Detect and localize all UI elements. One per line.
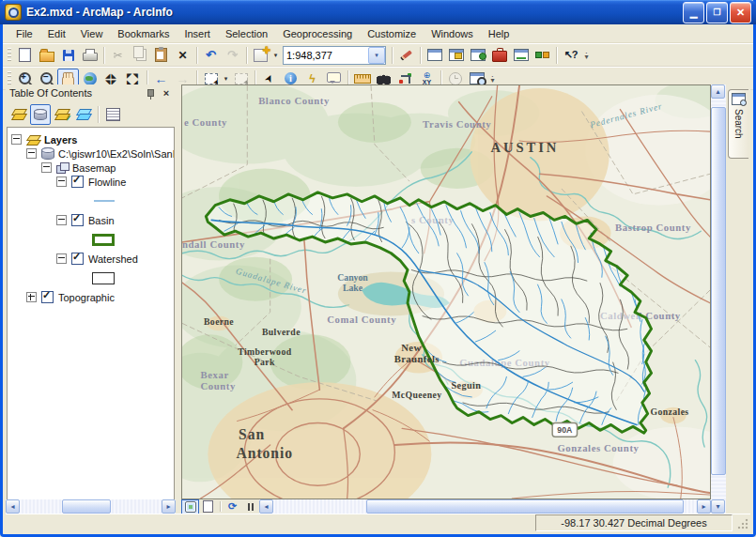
scroll-left-icon[interactable] bbox=[6, 499, 20, 514]
tree-item-flowline[interactable]: Flowline bbox=[11, 175, 172, 189]
toolbar-overflow-icon[interactable] bbox=[581, 52, 592, 59]
copy-icon[interactable] bbox=[129, 45, 150, 66]
toolbar-overflow-icon[interactable] bbox=[487, 75, 498, 83]
expand-icon[interactable] bbox=[26, 292, 37, 302]
flowline-symbol[interactable] bbox=[94, 200, 115, 202]
arctoolbox-icon[interactable] bbox=[488, 45, 510, 66]
list-by-source-icon[interactable] bbox=[30, 104, 51, 125]
collapse-icon[interactable] bbox=[56, 253, 67, 264]
basin-symbol[interactable] bbox=[92, 234, 115, 246]
editor-toolbar-icon[interactable] bbox=[395, 45, 417, 66]
map-label-bexar-2: County bbox=[201, 380, 236, 391]
tree-item-basemap[interactable]: Basemap bbox=[11, 161, 172, 175]
modelbuilder-icon[interactable] bbox=[532, 45, 553, 66]
list-by-selection-icon[interactable] bbox=[73, 104, 94, 125]
scroll-up-icon[interactable] bbox=[711, 84, 725, 99]
map-scale-combo[interactable] bbox=[283, 46, 386, 65]
toolbar-grip[interactable] bbox=[8, 48, 11, 63]
scroll-down-icon[interactable] bbox=[711, 499, 725, 514]
tree-item-watershed[interactable]: Watershed bbox=[11, 252, 172, 266]
map-label-new-braunfels-2: Braunfels bbox=[394, 353, 440, 364]
scroll-right-icon[interactable] bbox=[697, 499, 711, 514]
redo-icon[interactable] bbox=[222, 45, 243, 66]
tree-item-basin[interactable]: Basin bbox=[11, 213, 172, 227]
basin-symbol-row bbox=[11, 227, 172, 252]
table-of-contents-window-icon[interactable] bbox=[424, 45, 445, 66]
menu-file[interactable]: File bbox=[8, 26, 40, 41]
tree-item-geodatabase[interactable]: C:\giswr10\Ex2\Soln\SanMa bbox=[11, 146, 172, 161]
arcmap-window: Ex2.mxd - ArcMap - ArcInfo File Edit Vie… bbox=[0, 0, 756, 537]
map-vertical-scrollbar[interactable] bbox=[711, 84, 726, 514]
resize-grip[interactable] bbox=[736, 517, 748, 529]
map-label-gonzales-city: Gonzales bbox=[651, 407, 689, 417]
save-icon[interactable] bbox=[57, 45, 79, 66]
scroll-left-icon[interactable] bbox=[259, 499, 273, 514]
new-document-icon[interactable] bbox=[14, 45, 36, 66]
add-data-icon[interactable] bbox=[250, 45, 271, 66]
search-window-icon[interactable] bbox=[467, 45, 488, 66]
collapse-icon[interactable] bbox=[11, 134, 22, 145]
layout-view-button[interactable] bbox=[199, 499, 217, 514]
menu-insert[interactable]: Insert bbox=[177, 26, 218, 41]
list-by-drawing-order-icon[interactable] bbox=[8, 104, 29, 125]
watershed-symbol[interactable] bbox=[92, 272, 115, 284]
toc-header[interactable]: Table Of Contents bbox=[6, 84, 176, 101]
map-label-gillespie-county: e County bbox=[184, 116, 227, 128]
delete-icon[interactable]: ✕ bbox=[172, 45, 193, 66]
scale-dropdown-icon[interactable] bbox=[368, 47, 385, 64]
map-label-austin: AUSTIN bbox=[490, 140, 559, 155]
menu-view[interactable]: View bbox=[73, 26, 111, 41]
data-view-button[interactable] bbox=[181, 499, 199, 514]
close-button[interactable] bbox=[730, 2, 751, 23]
menu-windows[interactable]: Windows bbox=[424, 26, 481, 41]
toc-horizontal-scrollbar[interactable] bbox=[6, 499, 176, 514]
map-label-seguin: Seguin bbox=[452, 380, 482, 391]
toc-options-icon[interactable] bbox=[102, 104, 123, 125]
python-window-icon[interactable] bbox=[510, 45, 532, 66]
menu-bookmarks[interactable]: Bookmarks bbox=[110, 26, 177, 41]
table-of-contents-panel: Table Of Contents ✓ Layers bbox=[6, 84, 176, 514]
pin-icon[interactable] bbox=[146, 88, 155, 99]
minimize-button[interactable] bbox=[683, 2, 704, 23]
menu-selection[interactable]: Selection bbox=[218, 26, 275, 41]
collapse-icon[interactable] bbox=[41, 162, 52, 173]
basin-checkbox[interactable] bbox=[71, 214, 84, 226]
catalog-window-icon[interactable] bbox=[445, 45, 467, 66]
topographic-checkbox[interactable] bbox=[41, 291, 54, 303]
undo-icon[interactable] bbox=[200, 45, 222, 66]
menu-geoprocessing[interactable]: Geoprocessing bbox=[275, 26, 360, 41]
watershed-checkbox[interactable] bbox=[71, 253, 84, 265]
pause-drawing-button[interactable] bbox=[241, 499, 259, 514]
tree-item-topographic[interactable]: Topographic bbox=[11, 290, 172, 304]
tree-item-layers[interactable]: Layers bbox=[11, 132, 172, 146]
list-by-visibility-icon[interactable]: ✓ bbox=[52, 104, 72, 125]
paste-icon[interactable] bbox=[150, 45, 172, 66]
map-horizontal-scrollbar[interactable] bbox=[259, 499, 711, 514]
title-bar[interactable]: Ex2.mxd - ArcMap - ArcInfo bbox=[0, 0, 756, 24]
map-svg: Guadalupe County Caldwell County s Count… bbox=[182, 85, 710, 499]
menu-customize[interactable]: Customize bbox=[360, 26, 424, 41]
add-data-dropdown-icon[interactable] bbox=[271, 47, 280, 64]
scrollbar-thumb[interactable] bbox=[711, 107, 726, 476]
map-canvas[interactable]: Guadalupe County Caldwell County s Count… bbox=[181, 84, 711, 499]
whats-this-help-icon[interactable] bbox=[560, 45, 581, 66]
scrollbar-thumb[interactable] bbox=[366, 499, 684, 514]
map-scale-input[interactable] bbox=[284, 50, 368, 61]
menu-edit[interactable]: Edit bbox=[40, 26, 73, 41]
flowline-label: Flowline bbox=[88, 176, 126, 188]
search-panel-tab[interactable]: Search bbox=[728, 89, 748, 159]
scroll-right-icon[interactable] bbox=[162, 499, 176, 514]
refresh-view-button[interactable] bbox=[224, 499, 241, 514]
collapse-icon[interactable] bbox=[26, 148, 37, 159]
print-icon[interactable] bbox=[79, 45, 100, 66]
scrollbar-thumb[interactable] bbox=[62, 499, 110, 514]
collapse-icon[interactable] bbox=[56, 215, 67, 225]
cut-icon[interactable]: ✂ bbox=[107, 45, 129, 66]
toc-close-icon[interactable] bbox=[161, 87, 172, 99]
menu-help[interactable]: Help bbox=[481, 26, 517, 41]
basemap-group-label: Basemap bbox=[72, 162, 116, 174]
maximize-button[interactable] bbox=[706, 2, 728, 23]
collapse-icon[interactable] bbox=[56, 176, 67, 187]
open-icon[interactable] bbox=[36, 45, 57, 66]
flowline-checkbox[interactable] bbox=[71, 176, 84, 188]
